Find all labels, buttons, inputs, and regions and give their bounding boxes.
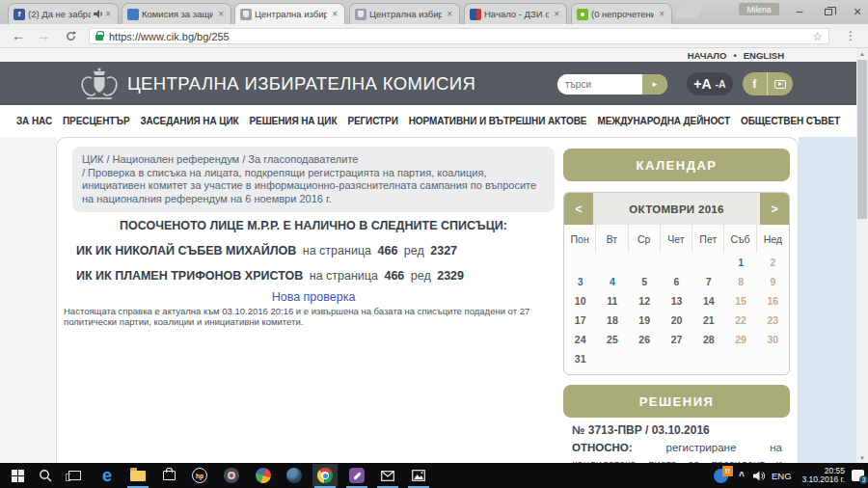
nav-obshtestven-savet[interactable]: ОБЩЕСТВЕН СЪВЕТ xyxy=(741,116,840,126)
nav-registri[interactable]: РЕГИСТРИ xyxy=(347,116,397,126)
tab-close-icon[interactable]: × xyxy=(216,9,226,19)
tray-expand-button[interactable]: ^ xyxy=(739,463,745,488)
reload-button[interactable] xyxy=(60,26,81,45)
font-decrease-button[interactable]: -A xyxy=(716,78,726,90)
action-center-button[interactable]: 3 xyxy=(852,463,864,488)
calendar-day[interactable]: 1 xyxy=(724,253,756,272)
calendar-day[interactable]: 4 xyxy=(596,272,628,291)
browser-scrollbar[interactable]: ▲ ▼ xyxy=(856,48,868,463)
calendar-day: 17 xyxy=(564,311,596,330)
entry-page-number: 466 xyxy=(384,269,404,283)
alert-badge: !! xyxy=(722,466,733,476)
decision-summary: ОТНОСНО: регистриране на кандидатска лис… xyxy=(572,440,782,463)
nav-mezhdunarodna-deynost[interactable]: МЕЖДУНАРОДНА ДЕЙНОСТ xyxy=(597,116,730,126)
nav-resheniya[interactable]: РЕШЕНИЯ НА ЦИК xyxy=(250,116,338,126)
calendar-day: 30 xyxy=(757,330,789,349)
nav-normativni-aktove[interactable]: НОРМАТИВНИ И ВЪТРЕШНИ АКТОВЕ xyxy=(409,116,587,126)
english-link[interactable]: ENGLISH xyxy=(744,50,784,61)
tab-close-icon[interactable]: × xyxy=(330,9,339,19)
calendar-next-button[interactable]: > xyxy=(760,193,789,225)
tab-abv-mail[interactable]: (0 непрочетени) - АБВ × xyxy=(571,3,672,24)
youtube-button[interactable] xyxy=(768,72,793,95)
update-alert-icon: !! xyxy=(714,469,728,483)
coat-of-arms-logo xyxy=(79,66,120,102)
calendar-day: 23 xyxy=(757,311,789,330)
photos-button[interactable] xyxy=(406,464,431,487)
edge-button[interactable]: e xyxy=(95,464,120,487)
calendar-button[interactable]: КАЛЕНДАР xyxy=(563,149,790,181)
store-button[interactable] xyxy=(156,464,181,487)
tab-cpdp[interactable]: Комисия за защита на × xyxy=(122,3,231,24)
camera-app-button[interactable] xyxy=(219,464,244,487)
result-heading: ПОСОЧЕНОТО ЛИЦЕ М.Р.Р. Е НАЛИЧНО В СЛЕДН… xyxy=(57,219,570,232)
dzi-site-icon xyxy=(470,9,481,20)
window-restore-button[interactable] xyxy=(815,0,842,23)
chrome-button[interactable] xyxy=(312,464,338,487)
tab-title: (2) Да не забравя xyxy=(28,9,91,19)
forward-button[interactable]: → xyxy=(33,26,54,45)
https-padlock-icon[interactable] xyxy=(95,35,103,41)
task-view-button[interactable] xyxy=(62,464,87,487)
site-header: ЦЕНТРАЛНА ИЗБИРАТЕЛНА КОМИСИЯ ► +A -A f xyxy=(0,62,856,105)
font-increase-button[interactable]: +A xyxy=(693,76,711,92)
viber-button[interactable] xyxy=(344,464,369,487)
entry-row-label: ред xyxy=(404,244,424,258)
tab-cik-2[interactable]: Централна избирател × xyxy=(349,3,460,24)
new-check-link[interactable]: Нова проверка xyxy=(57,290,570,304)
calendar-day: 10 xyxy=(564,291,596,311)
window-close-button[interactable]: × xyxy=(844,0,868,23)
facebook-button[interactable]: f xyxy=(743,72,768,95)
taskbar-search-button[interactable] xyxy=(33,464,58,487)
calendar-prev-button[interactable]: < xyxy=(564,193,593,225)
volume-button[interactable] xyxy=(753,463,766,488)
reload-icon xyxy=(66,31,76,41)
decision-number-link[interactable]: № 3713-ПВР / 03.10.2016 xyxy=(572,423,782,437)
address-bar[interactable]: https://www.cik.bg/bg/255 ☆ xyxy=(89,28,829,44)
calendar-day: 15 xyxy=(724,291,756,311)
photo-app-button[interactable] xyxy=(251,464,276,487)
calendar-day[interactable]: 3 xyxy=(564,272,596,291)
tab-dzi[interactable]: Начало - ДЗИ онлайн × xyxy=(464,3,567,24)
calendar-day: 20 xyxy=(661,311,692,330)
tab-close-icon[interactable]: × xyxy=(103,9,113,19)
home-link[interactable]: НАЧАЛО xyxy=(688,50,727,61)
youtube-icon xyxy=(774,80,786,89)
nav-za-nas[interactable]: ЗА НАС xyxy=(16,116,52,126)
chrome-menu-icon[interactable]: ⋮ xyxy=(841,26,860,45)
tab-cik-active[interactable]: Централна избирател × xyxy=(234,3,345,24)
bookmark-star-icon[interactable]: ☆ xyxy=(812,30,823,43)
start-button[interactable] xyxy=(5,464,30,487)
file-explorer-button[interactable] xyxy=(125,464,150,487)
browser-toolbar: ← → https://www.cik.bg/bg/255 ☆ ⋮ xyxy=(0,24,868,48)
new-tab-button[interactable] xyxy=(673,5,703,18)
scrollbar-thumb[interactable] xyxy=(857,60,867,219)
clock[interactable]: 20:55 3.10.2016 г. xyxy=(799,463,845,488)
breadcrumb-trail[interactable]: ЦИК / Национален референдум / За гласопо… xyxy=(82,153,358,165)
search-submit-button[interactable]: ► xyxy=(642,74,667,95)
page-left-margin xyxy=(0,137,56,463)
url-text[interactable]: https://www.cik.bg/bg/255 xyxy=(109,31,812,42)
back-button[interactable]: ← xyxy=(8,26,29,45)
mail-button[interactable] xyxy=(375,464,400,487)
tab-audio-icon[interactable] xyxy=(94,10,103,18)
scroll-down-arrow[interactable]: ▼ xyxy=(856,452,868,463)
tray-update-button[interactable]: !! xyxy=(714,463,728,488)
decisions-button[interactable]: РЕШЕНИЯ xyxy=(563,385,790,418)
tab-facebook[interactable]: f (2) Да не забравя × xyxy=(8,3,119,24)
language-indicator[interactable]: ENG xyxy=(772,463,792,488)
entry-row-label: ред xyxy=(411,269,431,283)
entry-page-label: на страница xyxy=(310,269,378,283)
tab-close-icon[interactable]: × xyxy=(445,9,454,19)
chrome-profile-chip[interactable]: Milena xyxy=(739,3,779,15)
scroll-up-arrow[interactable]: ▲ xyxy=(856,48,868,59)
nav-prescentar[interactable]: ПРЕСЦЕНТЪР xyxy=(63,116,129,126)
globe-app-button[interactable] xyxy=(282,464,307,487)
hp-app-button[interactable]: hp xyxy=(187,464,212,487)
calendar-day: 12 xyxy=(629,291,661,311)
tab-close-icon[interactable]: × xyxy=(552,9,561,19)
tab-close-icon[interactable]: × xyxy=(657,9,666,19)
window-minimize-button[interactable]: – xyxy=(786,0,813,23)
search-input[interactable] xyxy=(557,74,642,95)
chrome-icon xyxy=(317,468,333,483)
nav-zasedaniya[interactable]: ЗАСЕДАНИЯ НА ЦИК xyxy=(140,116,238,126)
